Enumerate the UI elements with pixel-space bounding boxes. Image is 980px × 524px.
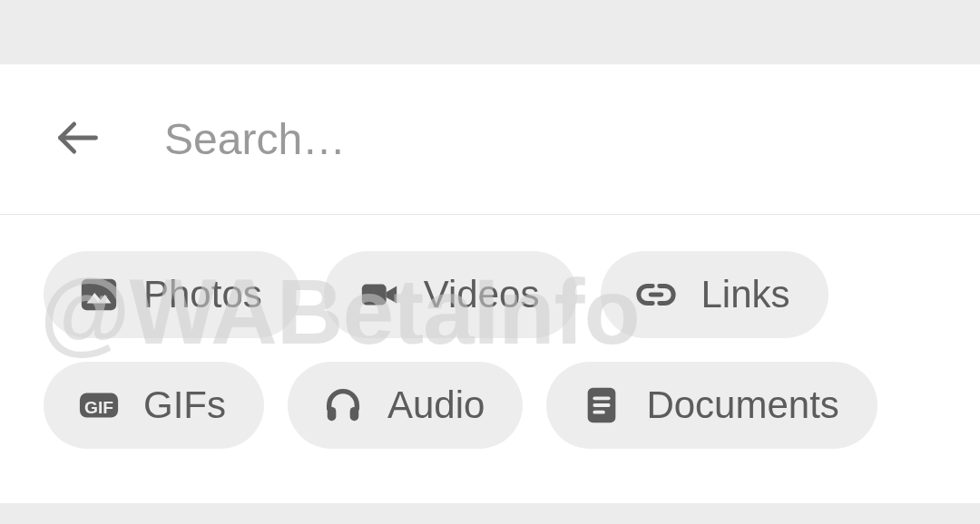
link-icon <box>635 274 677 315</box>
svg-rect-1 <box>82 279 116 311</box>
filter-chips-area: Photos Videos Links GIF GIFs <box>0 215 980 503</box>
search-bar <box>0 64 980 215</box>
chip-gifs[interactable]: GIF GIFs <box>44 362 264 449</box>
headphones-icon <box>322 384 364 426</box>
chip-photos[interactable]: Photos <box>44 251 300 338</box>
document-icon <box>581 384 622 426</box>
svg-text:GIF: GIF <box>84 398 113 417</box>
chip-label: Videos <box>424 273 540 316</box>
arrow-left-icon <box>54 114 102 165</box>
chip-links[interactable]: Links <box>601 251 828 338</box>
chip-label: Documents <box>646 383 838 427</box>
chip-label: GIFs <box>143 383 226 427</box>
svg-rect-5 <box>328 407 337 421</box>
chip-documents[interactable]: Documents <box>546 362 877 449</box>
chip-audio[interactable]: Audio <box>288 362 523 449</box>
svg-rect-2 <box>362 285 387 306</box>
chip-videos[interactable]: Videos <box>324 251 578 338</box>
video-icon <box>358 274 400 315</box>
status-bar-spacer <box>0 0 980 64</box>
chip-label: Photos <box>143 273 262 316</box>
chip-label: Links <box>701 273 789 316</box>
svg-rect-6 <box>350 407 359 421</box>
search-input[interactable] <box>103 114 980 164</box>
chip-label: Audio <box>387 383 485 427</box>
photo-icon <box>78 274 120 315</box>
gif-icon: GIF <box>78 384 120 426</box>
back-button[interactable] <box>53 114 103 164</box>
